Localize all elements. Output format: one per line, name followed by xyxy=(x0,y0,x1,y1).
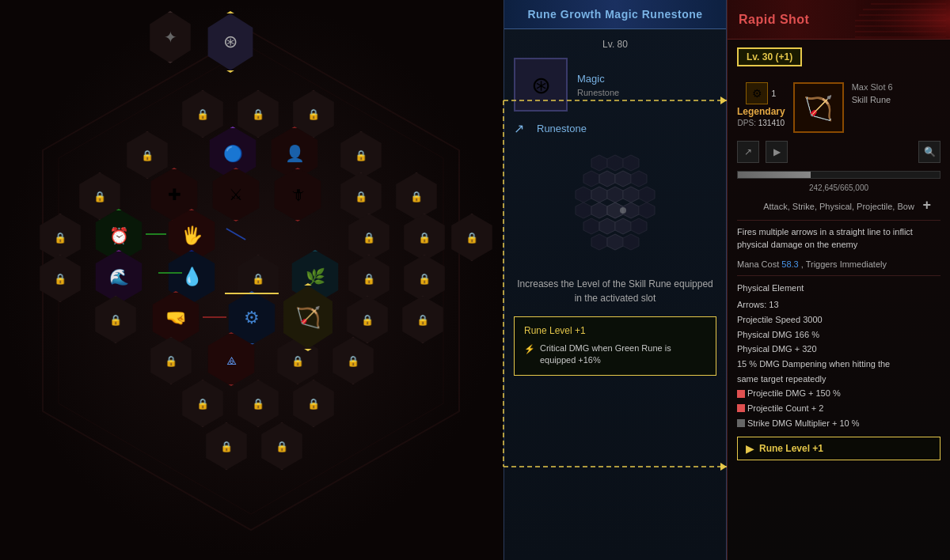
info-item-row: ⊛ Magic Runestone xyxy=(514,58,716,112)
svg-marker-21 xyxy=(615,218,631,234)
skill-stats: Physical Element Arrows: 13 Projectile S… xyxy=(737,281,940,431)
svg-marker-2 xyxy=(591,155,607,171)
stat-strike-dmg: Strike DMG Multiplier + 10 % xyxy=(737,416,940,431)
svg-marker-18 xyxy=(639,202,655,218)
header-decoration xyxy=(855,0,950,40)
info-panel-header: Rune Growth Magic Runestone xyxy=(504,0,726,29)
hex-cell-r8c2[interactable]: 🔒 xyxy=(234,380,282,427)
hex-preview-svg xyxy=(556,147,674,266)
skill-rune-label: Skill Rune xyxy=(852,95,940,104)
hex-cell-r4c5[interactable]: 🔒 xyxy=(345,214,393,261)
hex-cell-r2c4[interactable]: 🔒 xyxy=(337,131,385,179)
slot-icon-2-container[interactable]: ⊛ xyxy=(202,11,259,73)
skill-desc: Fires multiple arrows in a straight line… xyxy=(737,225,940,252)
svg-marker-12 xyxy=(623,187,639,202)
rune-level-arrow-icon: ▶ xyxy=(746,442,754,455)
skill-rune-level-text: Rune Level +1 xyxy=(759,443,823,454)
hex-cell-r4c6[interactable]: 🔒 xyxy=(401,214,448,261)
skill-panel-body: Lv. 30 (+1) ⚙ 1 Legendary DPS: 131410 🏹 xyxy=(728,40,950,468)
red-icon-2 xyxy=(737,404,745,412)
rune-level-stat-text: Critical DMG when Green Rune is equipped… xyxy=(540,342,706,367)
search-btn[interactable]: 🔍 xyxy=(918,141,940,163)
svg-marker-23 xyxy=(591,234,607,250)
export-icon[interactable]: ↗ xyxy=(514,121,524,136)
hex-cell-r1c2[interactable]: 🔒 xyxy=(234,90,282,138)
svg-marker-8 xyxy=(631,171,647,187)
skill-tags-container: Attack, Strike, Physical, Projectile, Bo… xyxy=(737,200,940,214)
info-item-name: Runestone xyxy=(577,88,619,97)
skill-panel-header: Rapid Shot xyxy=(728,0,950,40)
skill-main-row: ⚙ 1 Legendary DPS: 131410 🏹 Max Slot 6 S… xyxy=(737,82,940,133)
hex-cell-r6c1[interactable]: 🔒 xyxy=(92,296,139,343)
svg-marker-14 xyxy=(576,202,591,218)
skill-mana-suffix: , Triggers Immediately xyxy=(801,259,887,269)
red-icon-1 xyxy=(737,390,745,398)
hex-cell-r5c7[interactable]: 🔒 xyxy=(401,255,448,302)
export-btn[interactable]: ↗ xyxy=(737,141,759,163)
skill-tree-panel: ✦ ⊛ 🔒 🔒 🔒 🔒 🔵 👤 🔒 🔒 ✚ ⚔ 🗡 🔒 🔒 🔒 ⏰ xyxy=(0,0,503,560)
stat-phys-dmg-pct: Physical DMG 166 % xyxy=(737,327,940,342)
info-level: Lv. 80 xyxy=(514,39,716,50)
svg-marker-7 xyxy=(615,171,631,187)
play-btn[interactable]: ▶ xyxy=(766,141,788,163)
top-slot-row: ✦ ⊛ xyxy=(146,11,259,73)
hex-cell-r9c2[interactable]: 🔒 xyxy=(258,422,306,470)
separator-1 xyxy=(737,220,940,221)
hex-cell-r3c3-active[interactable]: ⚔ xyxy=(209,168,263,221)
hex-cell-r8c3[interactable]: 🔒 xyxy=(290,380,337,427)
skill-action-row: ↗ ▶ 🔍 xyxy=(737,141,940,163)
skill-element: Physical Element xyxy=(737,281,940,296)
svg-marker-22 xyxy=(631,218,647,234)
skill-icon: 🏹 xyxy=(804,94,833,122)
svg-marker-9 xyxy=(576,187,591,202)
stat-proj-speed: Projectile Speed 3000 xyxy=(737,312,940,327)
hex-preview-area xyxy=(514,147,716,266)
slot-icon-1[interactable]: ✦ xyxy=(146,11,194,63)
hex-cell-r5c1[interactable]: 🔒 xyxy=(36,255,84,302)
hex-cell-r4c1[interactable]: 🔒 xyxy=(36,214,84,261)
hex-cell-r6c6[interactable]: 🔒 xyxy=(399,296,446,343)
hex-cell-r1c1[interactable]: 🔒 xyxy=(179,90,226,138)
svg-rect-32 xyxy=(855,0,950,40)
skill-mana-row: Mana Cost 58.3 , Triggers Immediately xyxy=(737,259,940,269)
stat-dmg-dampening: 15 % DMG Dampening when hitting thesame … xyxy=(737,357,940,386)
svg-marker-10 xyxy=(591,187,607,202)
rune-level-title: Rune Level +1 xyxy=(524,325,706,336)
hex-cell-r3c6[interactable]: 🔒 xyxy=(393,172,440,220)
skill-dps-value: 131410 xyxy=(758,119,785,127)
hex-cell-r5c6[interactable]: 🔒 xyxy=(345,255,393,302)
hex-cell-r7c1[interactable]: 🔒 xyxy=(147,337,195,384)
skill-dps-label: DPS: 131410 xyxy=(738,119,785,127)
skill-xp-bar xyxy=(737,171,940,179)
hex-cell-r9c1[interactable]: 🔒 xyxy=(203,422,250,470)
svg-point-26 xyxy=(620,207,626,214)
runestone-action-label: Runestone xyxy=(537,123,587,134)
skill-rank-num: 1 xyxy=(771,89,776,98)
info-item-type: Magic xyxy=(577,73,619,85)
rune-level-box: Rune Level +1 ⚡ Critical DMG when Green … xyxy=(514,316,716,376)
stat-arrows: Arrows: 13 xyxy=(737,297,940,312)
skill-panel-title: Rapid Shot xyxy=(739,13,809,27)
hex-cell-r8c1[interactable]: 🔒 xyxy=(179,380,226,427)
svg-marker-24 xyxy=(607,234,623,250)
hex-cell-r4c7[interactable]: 🔒 xyxy=(448,214,496,261)
hex-cell-r3c4-active[interactable]: 🗡 xyxy=(271,168,325,221)
runestone-icon: ⊛ xyxy=(514,58,568,112)
svg-marker-13 xyxy=(639,187,655,202)
hex-cell-selected-rapid-shot[interactable]: 🏹 xyxy=(277,283,339,351)
hex-cell-r2c1[interactable]: 🔒 xyxy=(124,131,171,179)
stat-proj-dmg: Projectile DMG + 150 % xyxy=(737,386,940,401)
skill-right-col: Max Slot 6 Skill Rune xyxy=(852,82,940,104)
info-description: Increases the Level of the Skill Rune eq… xyxy=(514,277,716,305)
skill-xp-fill xyxy=(738,172,811,178)
hex-cell-r6c5[interactable]: 🔒 xyxy=(344,296,391,343)
skill-xp-text: 242,645/665,000 xyxy=(737,184,940,192)
svg-marker-6 xyxy=(599,171,615,187)
skill-icon-box: 🏹 xyxy=(793,82,844,133)
skill-level-row: Lv. 30 (+1) xyxy=(737,47,940,74)
skill-rank-label: Legendary xyxy=(737,106,785,117)
hex-cell-r3c5[interactable]: 🔒 xyxy=(337,172,385,220)
add-tag-btn[interactable]: + xyxy=(922,197,931,214)
hex-cell-r5c2-active[interactable]: 🌊 xyxy=(92,250,146,304)
lightning-icon: ⚡ xyxy=(524,343,535,355)
